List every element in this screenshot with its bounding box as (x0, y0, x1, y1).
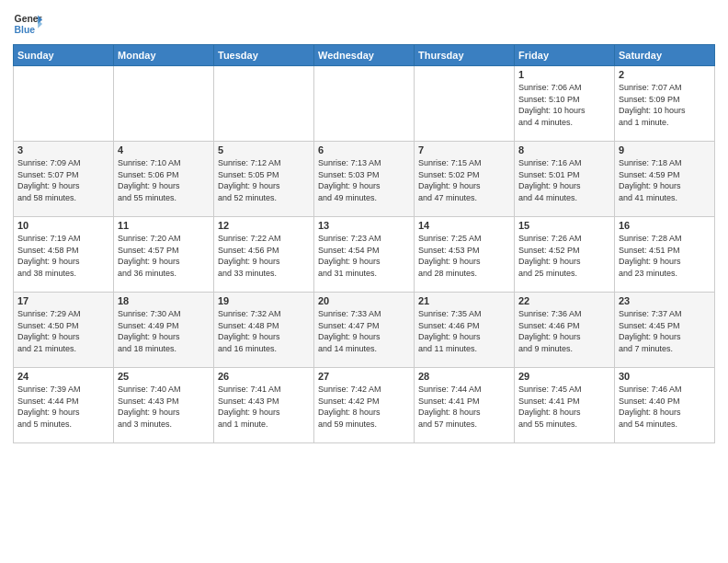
day-info: Sunrise: 7:33 AM Sunset: 4:47 PM Dayligh… (318, 308, 410, 354)
day-number: 17 (17, 295, 109, 306)
weekday-header: Tuesday (214, 45, 314, 66)
calendar-cell: 17Sunrise: 7:29 AM Sunset: 4:50 PM Dayli… (14, 293, 114, 368)
calendar-cell: 21Sunrise: 7:35 AM Sunset: 4:46 PM Dayli… (415, 293, 515, 368)
logo: General Blue (13, 9, 42, 39)
day-info: Sunrise: 7:30 AM Sunset: 4:49 PM Dayligh… (118, 308, 210, 354)
calendar-cell: 2Sunrise: 7:07 AM Sunset: 5:09 PM Daylig… (615, 66, 715, 142)
day-number: 27 (318, 371, 410, 382)
day-info: Sunrise: 7:26 AM Sunset: 4:52 PM Dayligh… (518, 233, 610, 279)
calendar-cell: 9Sunrise: 7:18 AM Sunset: 4:59 PM Daylig… (615, 142, 715, 217)
calendar-cell (14, 66, 114, 142)
day-info: Sunrise: 7:37 AM Sunset: 4:45 PM Dayligh… (619, 308, 711, 354)
calendar-cell: 30Sunrise: 7:46 AM Sunset: 4:40 PM Dayli… (615, 368, 715, 443)
day-info: Sunrise: 7:32 AM Sunset: 4:48 PM Dayligh… (218, 308, 310, 354)
day-number: 3 (17, 144, 109, 155)
day-info: Sunrise: 7:13 AM Sunset: 5:03 PM Dayligh… (318, 157, 410, 203)
calendar-cell: 5Sunrise: 7:12 AM Sunset: 5:05 PM Daylig… (214, 142, 314, 217)
day-number: 25 (118, 371, 210, 382)
calendar-cell: 8Sunrise: 7:16 AM Sunset: 5:01 PM Daylig… (515, 142, 615, 217)
calendar-cell: 13Sunrise: 7:23 AM Sunset: 4:54 PM Dayli… (314, 217, 415, 293)
weekday-header: Wednesday (314, 45, 415, 66)
calendar-cell: 14Sunrise: 7:25 AM Sunset: 4:53 PM Dayli… (415, 217, 515, 293)
day-number: 5 (218, 144, 310, 155)
day-number: 18 (118, 295, 210, 306)
calendar-cell (114, 66, 214, 142)
day-info: Sunrise: 7:06 AM Sunset: 5:10 PM Dayligh… (518, 82, 610, 128)
calendar-cell: 24Sunrise: 7:39 AM Sunset: 4:44 PM Dayli… (14, 368, 114, 443)
calendar-cell: 20Sunrise: 7:33 AM Sunset: 4:47 PM Dayli… (314, 293, 415, 368)
day-number: 6 (318, 144, 410, 155)
calendar-cell: 3Sunrise: 7:09 AM Sunset: 5:07 PM Daylig… (14, 142, 114, 217)
calendar-header-row: SundayMondayTuesdayWednesdayThursdayFrid… (14, 45, 715, 66)
weekday-header: Friday (515, 45, 615, 66)
weekday-header: Saturday (615, 45, 715, 66)
calendar-cell: 29Sunrise: 7:45 AM Sunset: 4:41 PM Dayli… (515, 368, 615, 443)
day-info: Sunrise: 7:15 AM Sunset: 5:02 PM Dayligh… (418, 157, 510, 203)
calendar-cell: 28Sunrise: 7:44 AM Sunset: 4:41 PM Dayli… (415, 368, 515, 443)
day-number: 22 (518, 295, 610, 306)
calendar-cell: 27Sunrise: 7:42 AM Sunset: 4:42 PM Dayli… (314, 368, 415, 443)
day-number: 29 (518, 371, 610, 382)
calendar-cell: 10Sunrise: 7:19 AM Sunset: 4:58 PM Dayli… (14, 217, 114, 293)
calendar-cell: 26Sunrise: 7:41 AM Sunset: 4:43 PM Dayli… (214, 368, 314, 443)
day-info: Sunrise: 7:45 AM Sunset: 4:41 PM Dayligh… (518, 384, 610, 430)
day-info: Sunrise: 7:16 AM Sunset: 5:01 PM Dayligh… (518, 157, 610, 203)
day-info: Sunrise: 7:29 AM Sunset: 4:50 PM Dayligh… (17, 308, 109, 354)
calendar-cell: 11Sunrise: 7:20 AM Sunset: 4:57 PM Dayli… (114, 217, 214, 293)
day-number: 20 (318, 295, 410, 306)
calendar-cell: 6Sunrise: 7:13 AM Sunset: 5:03 PM Daylig… (314, 142, 415, 217)
day-number: 30 (619, 371, 711, 382)
day-number: 8 (518, 144, 610, 155)
day-info: Sunrise: 7:23 AM Sunset: 4:54 PM Dayligh… (318, 233, 410, 279)
day-info: Sunrise: 7:44 AM Sunset: 4:41 PM Dayligh… (418, 384, 510, 430)
calendar-week-row: 24Sunrise: 7:39 AM Sunset: 4:44 PM Dayli… (14, 368, 715, 443)
day-number: 4 (118, 144, 210, 155)
calendar-week-row: 17Sunrise: 7:29 AM Sunset: 4:50 PM Dayli… (14, 293, 715, 368)
calendar-cell: 22Sunrise: 7:36 AM Sunset: 4:46 PM Dayli… (515, 293, 615, 368)
calendar-cell: 23Sunrise: 7:37 AM Sunset: 4:45 PM Dayli… (615, 293, 715, 368)
day-number: 2 (619, 69, 711, 80)
day-info: Sunrise: 7:39 AM Sunset: 4:44 PM Dayligh… (17, 384, 109, 430)
weekday-header: Monday (114, 45, 214, 66)
day-info: Sunrise: 7:40 AM Sunset: 4:43 PM Dayligh… (118, 384, 210, 430)
svg-text:Blue: Blue (15, 25, 36, 35)
day-number: 23 (619, 295, 711, 306)
day-info: Sunrise: 7:20 AM Sunset: 4:57 PM Dayligh… (118, 233, 210, 279)
day-info: Sunrise: 7:35 AM Sunset: 4:46 PM Dayligh… (418, 308, 510, 354)
logo-icon: General Blue (13, 9, 42, 39)
day-info: Sunrise: 7:09 AM Sunset: 5:07 PM Dayligh… (17, 157, 109, 203)
calendar-cell: 19Sunrise: 7:32 AM Sunset: 4:48 PM Dayli… (214, 293, 314, 368)
header: General Blue (13, 9, 715, 39)
day-info: Sunrise: 7:18 AM Sunset: 4:59 PM Dayligh… (619, 157, 711, 203)
day-number: 24 (17, 371, 109, 382)
calendar-cell: 4Sunrise: 7:10 AM Sunset: 5:06 PM Daylig… (114, 142, 214, 217)
day-number: 1 (518, 69, 610, 80)
day-info: Sunrise: 7:22 AM Sunset: 4:56 PM Dayligh… (218, 233, 310, 279)
calendar-week-row: 1Sunrise: 7:06 AM Sunset: 5:10 PM Daylig… (14, 66, 715, 142)
calendar-cell (415, 66, 515, 142)
day-number: 13 (318, 220, 410, 231)
day-number: 12 (218, 220, 310, 231)
calendar-week-row: 10Sunrise: 7:19 AM Sunset: 4:58 PM Dayli… (14, 217, 715, 293)
day-info: Sunrise: 7:07 AM Sunset: 5:09 PM Dayligh… (619, 82, 711, 128)
page: General Blue SundayMondayTuesdayWednesda… (0, 0, 728, 563)
calendar-week-row: 3Sunrise: 7:09 AM Sunset: 5:07 PM Daylig… (14, 142, 715, 217)
day-number: 21 (418, 295, 510, 306)
day-number: 26 (218, 371, 310, 382)
day-number: 14 (418, 220, 510, 231)
day-number: 7 (418, 144, 510, 155)
day-info: Sunrise: 7:42 AM Sunset: 4:42 PM Dayligh… (318, 384, 410, 430)
day-number: 15 (518, 220, 610, 231)
calendar-cell: 12Sunrise: 7:22 AM Sunset: 4:56 PM Dayli… (214, 217, 314, 293)
day-info: Sunrise: 7:28 AM Sunset: 4:51 PM Dayligh… (619, 233, 711, 279)
day-number: 19 (218, 295, 310, 306)
day-number: 28 (418, 371, 510, 382)
calendar-cell (314, 66, 415, 142)
day-info: Sunrise: 7:10 AM Sunset: 5:06 PM Dayligh… (118, 157, 210, 203)
calendar-cell: 18Sunrise: 7:30 AM Sunset: 4:49 PM Dayli… (114, 293, 214, 368)
calendar-table: SundayMondayTuesdayWednesdayThursdayFrid… (13, 44, 715, 443)
day-info: Sunrise: 7:46 AM Sunset: 4:40 PM Dayligh… (619, 384, 711, 430)
calendar-cell: 16Sunrise: 7:28 AM Sunset: 4:51 PM Dayli… (615, 217, 715, 293)
day-info: Sunrise: 7:12 AM Sunset: 5:05 PM Dayligh… (218, 157, 310, 203)
day-number: 16 (619, 220, 711, 231)
